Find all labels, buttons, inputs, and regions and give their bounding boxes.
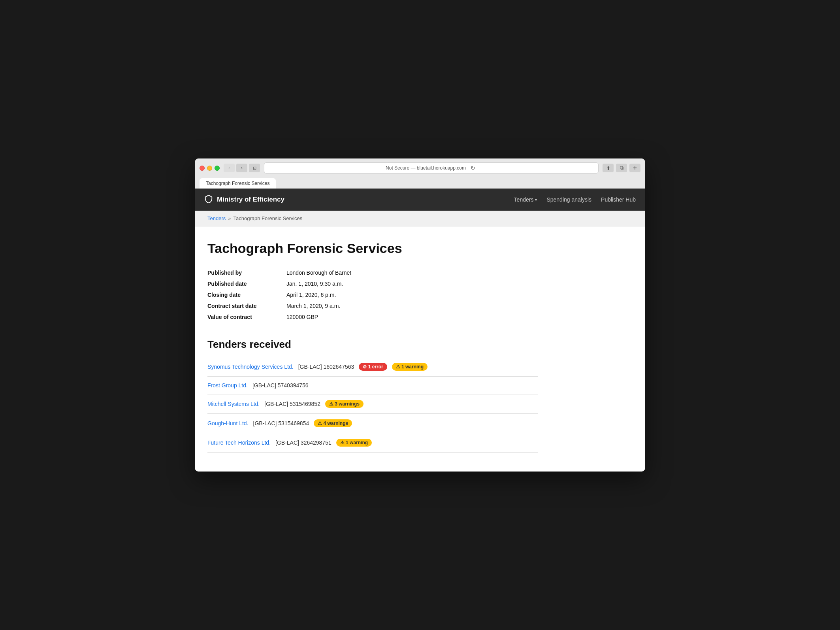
chevron-down-icon: ▾ [535,198,537,202]
detail-label: Value of contract [207,314,286,320]
shield-icon [204,194,213,205]
badge-warning: ⚠ 1 warning [392,363,428,371]
tender-name[interactable]: Frost Group Ltd. [207,382,248,389]
browser-actions: ⬆ ⧉ + [603,164,640,172]
app-content: Ministry of Efficiency Tenders ▾ Spendin… [195,189,645,472]
traffic-lights [200,166,220,171]
nav-brand: Ministry of Efficiency [204,194,514,205]
nav-tenders-label: Tenders [514,196,534,203]
tender-row: Frost Group Ltd. [GB-LAC] 5740394756 [207,377,538,394]
details-table: Published by London Borough of Barnet Pu… [207,267,538,323]
tender-row: Future Tech Horizons Ltd. [GB-LAC] 32642… [207,433,538,453]
new-tab-button[interactable]: ⧉ [616,164,627,172]
tender-id: [GB-LAC] 1602647563 [298,364,354,370]
reload-button[interactable]: ↻ [469,164,477,172]
tenders-list: Synomus Technology Services Ltd. [GB-LAC… [207,357,538,453]
breadcrumb: Tenders » Tachograph Forensic Services [207,215,633,221]
breadcrumb-parent[interactable]: Tenders [207,215,226,221]
badge-error: ⊘ 1 error [359,363,387,371]
breadcrumb-bar: Tenders » Tachograph Forensic Services [195,211,645,226]
detail-value: April 1, 2020, 6 p.m. [286,292,336,298]
nav-tenders[interactable]: Tenders ▾ [514,196,537,203]
detail-row: Closing date April 1, 2020, 6 p.m. [207,289,538,300]
nav-spending-label: Spending analysis [546,196,591,203]
detail-row: Published by London Borough of Barnet [207,267,538,278]
main-area: Tenders » Tachograph Forensic Services T… [195,211,645,472]
tender-name[interactable]: Future Tech Horizons Ltd. [207,439,271,446]
app-nav: Ministry of Efficiency Tenders ▾ Spendin… [195,189,645,211]
active-tab[interactable]: Tachograph Forensic Services [200,178,276,189]
detail-row: Contract start date March 1, 2020, 9 a.m… [207,300,538,311]
url-text: Not Secure — bluetail.herokuapp.com [386,165,466,171]
add-button[interactable]: + [629,164,640,172]
tab-bar: Tachograph Forensic Services [200,177,640,189]
brand-name: Ministry of Efficiency [217,196,284,204]
tender-row: Mitchell Systems Ltd. [GB-LAC] 531546985… [207,394,538,414]
detail-label: Closing date [207,292,286,298]
nav-publisher-hub[interactable]: Publisher Hub [601,196,636,203]
badge-warning: ⚠ 4 warnings [314,419,352,427]
fullscreen-button[interactable] [215,166,220,171]
detail-row: Value of contract 120000 GBP [207,311,538,323]
tenders-section-title: Tenders received [207,338,538,351]
detail-value: 120000 GBP [286,314,318,320]
back-button[interactable]: ‹ [224,164,235,172]
detail-value: Jan. 1, 2010, 9:30 a.m. [286,281,343,287]
nav-links: Tenders ▾ Spending analysis Publisher Hu… [514,196,636,203]
content-area: Tachograph Forensic Services Published b… [195,226,550,472]
detail-label: Published date [207,281,286,287]
page-title: Tachograph Forensic Services [207,241,538,256]
browser-chrome: ‹ › ⊡ Not Secure — bluetail.herokuapp.co… [195,158,645,189]
share-button[interactable]: ⬆ [603,164,614,172]
tender-row: Gough-Hunt Ltd. [GB-LAC] 5315469854 ⚠ 4 … [207,414,538,433]
tender-id: [GB-LAC] 5315469852 [264,401,320,407]
tab-view-button[interactable]: ⊡ [249,164,260,172]
tender-id: [GB-LAC] 5315469854 [253,420,309,426]
detail-value: London Borough of Barnet [286,270,351,276]
detail-value: March 1, 2020, 9 a.m. [286,303,340,309]
minimize-button[interactable] [207,166,212,171]
nav-spending[interactable]: Spending analysis [546,196,591,203]
tender-name[interactable]: Gough-Hunt Ltd. [207,420,249,426]
nav-publisher-label: Publisher Hub [601,196,636,203]
browser-window: ‹ › ⊡ Not Secure — bluetail.herokuapp.co… [195,158,645,472]
browser-nav: ‹ › ⊡ [224,164,260,172]
detail-row: Published date Jan. 1, 2010, 9:30 a.m. [207,278,538,289]
detail-label: Contract start date [207,303,286,309]
tender-name[interactable]: Mitchell Systems Ltd. [207,401,260,407]
detail-label: Published by [207,270,286,276]
badge-warning: ⚠ 3 warnings [325,400,363,408]
address-bar[interactable]: Not Secure — bluetail.herokuapp.com ↻ [264,162,599,174]
tender-id: [GB-LAC] 5740394756 [252,382,309,389]
close-button[interactable] [200,166,205,171]
forward-button[interactable]: › [236,164,247,172]
breadcrumb-separator: » [228,215,231,221]
tender-name[interactable]: Synomus Technology Services Ltd. [207,364,294,370]
tender-id: [GB-LAC] 3264298751 [275,439,331,446]
badge-warning: ⚠ 1 warning [336,439,372,447]
breadcrumb-current: Tachograph Forensic Services [233,215,302,221]
tender-row: Synomus Technology Services Ltd. [GB-LAC… [207,357,538,377]
